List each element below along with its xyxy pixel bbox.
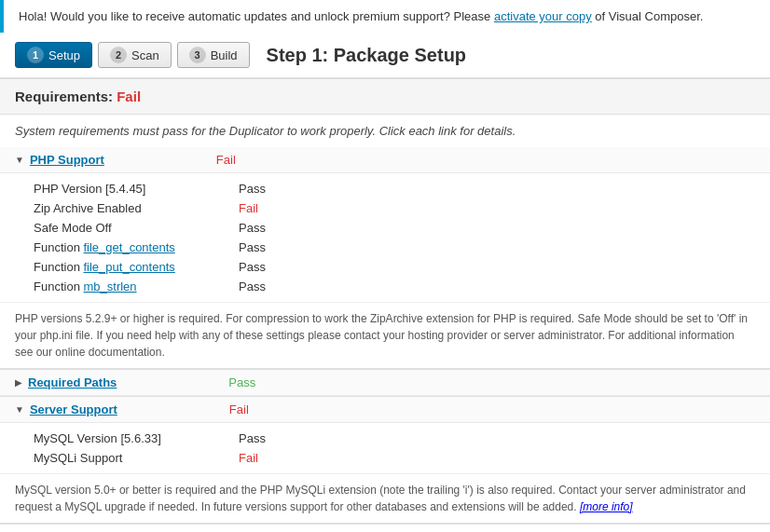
mb-strlen-link[interactable]: mb_strlen bbox=[83, 280, 136, 293]
activate-copy-link[interactable]: activate your copy bbox=[494, 9, 592, 23]
server-support-status: Fail bbox=[229, 402, 249, 416]
item-mb-strlen-label: Function mb_strlen bbox=[34, 280, 239, 293]
php-support-group: ▼ PHP Support Fail PHP Version [5.4.45] … bbox=[0, 147, 770, 370]
step3-label: Build bbox=[211, 48, 238, 62]
item-file-put-label: Function file_put_contents bbox=[34, 260, 239, 274]
item-zip-archive-label: Zip Archive Enabled bbox=[34, 201, 239, 215]
item-file-put-status: Pass bbox=[239, 260, 266, 274]
step1-num: 1 bbox=[27, 47, 44, 63]
steps-nav: 1 Setup 2 Scan 3 Build Step 1: Package S… bbox=[0, 33, 770, 78]
item-mb-strlen-status: Pass bbox=[239, 280, 266, 293]
requirements-description: System requirements must pass for the Du… bbox=[0, 115, 770, 147]
server-toggle-icon: ▼ bbox=[15, 404, 24, 415]
server-support-note: MySQL version 5.0+ or better is required… bbox=[0, 473, 770, 524]
item-safe-mode-status: Pass bbox=[239, 221, 266, 235]
table-row: Zip Archive Enabled Fail bbox=[34, 198, 770, 218]
php-support-status: Fail bbox=[216, 153, 236, 167]
server-support-label: Server Support bbox=[30, 402, 117, 416]
notice-text-after: of Visual Composer. bbox=[592, 9, 704, 23]
paths-toggle-icon: ▶ bbox=[15, 377, 22, 388]
step1-label: Setup bbox=[48, 48, 80, 62]
more-info-link[interactable]: [more info] bbox=[580, 500, 633, 513]
step2-num: 2 bbox=[110, 47, 127, 63]
item-safe-mode-label: Safe Mode Off bbox=[34, 221, 239, 235]
table-row: MySQLi Support Fail bbox=[34, 448, 770, 468]
required-paths-status: Pass bbox=[228, 375, 255, 389]
required-paths-header[interactable]: ▶ Required Paths Pass bbox=[0, 370, 770, 396]
item-mysql-version-status: Pass bbox=[239, 431, 266, 445]
step3-num: 3 bbox=[189, 47, 206, 63]
step-setup-button[interactable]: 1 Setup bbox=[15, 42, 92, 68]
step-scan-button[interactable]: 2 Scan bbox=[98, 42, 172, 68]
notice-text: Hola! Would you like to receive automati… bbox=[19, 9, 494, 23]
server-support-header[interactable]: ▼ Server Support Fail bbox=[0, 397, 770, 423]
server-support-items: MySQL Version [5.6.33] Pass MySQLi Suppo… bbox=[0, 423, 770, 473]
php-support-label: PHP Support bbox=[30, 153, 104, 167]
table-row: Function file_get_contents Pass bbox=[34, 238, 770, 257]
requirements-header: Requirements: Fail bbox=[0, 78, 770, 115]
requirements-status: Fail bbox=[117, 89, 141, 104]
server-support-group: ▼ Server Support Fail MySQL Version [5.6… bbox=[0, 397, 770, 525]
required-paths-label: Required Paths bbox=[28, 375, 117, 389]
file-put-contents-link[interactable]: file_put_contents bbox=[83, 260, 174, 274]
item-mysqli-support-label: MySQLi Support bbox=[34, 451, 239, 465]
php-support-items: PHP Version [5.4.45] Pass Zip Archive En… bbox=[0, 173, 770, 302]
plugin-wrap: 1 Setup 2 Scan 3 Build Step 1: Package S… bbox=[0, 33, 770, 532]
table-row: Function mb_strlen Pass bbox=[34, 277, 770, 296]
php-toggle-icon: ▼ bbox=[15, 155, 24, 165]
item-zip-archive-status: Fail bbox=[239, 201, 258, 215]
table-row: MySQL Version [5.6.33] Pass bbox=[34, 429, 770, 448]
step2-label: Scan bbox=[131, 48, 159, 62]
requirements-title: Requirements: Fail bbox=[15, 89, 755, 104]
item-php-version-status: Pass bbox=[239, 182, 266, 196]
required-paths-group: ▶ Required Paths Pass bbox=[0, 370, 770, 397]
table-row: Safe Mode Off Pass bbox=[34, 218, 770, 238]
page-title: Step 1: Package Setup bbox=[267, 45, 467, 66]
php-support-note: PHP versions 5.2.9+ or higher is require… bbox=[0, 302, 770, 369]
php-support-header[interactable]: ▼ PHP Support Fail bbox=[0, 147, 770, 173]
file-get-contents-link[interactable]: file_get_contents bbox=[83, 240, 174, 254]
item-php-version-label: PHP Version [5.4.45] bbox=[34, 182, 239, 196]
item-file-get-label: Function file_get_contents bbox=[34, 240, 239, 254]
item-mysqli-support-status: Fail bbox=[239, 451, 258, 465]
step-build-button[interactable]: 3 Build bbox=[177, 42, 250, 68]
main-content: Requirements: Fail System requirements m… bbox=[0, 78, 770, 532]
table-row: Function file_put_contents Pass bbox=[34, 257, 770, 277]
notice-bar: Hola! Would you like to receive automati… bbox=[0, 0, 770, 33]
item-mysql-version-label: MySQL Version [5.6.33] bbox=[34, 431, 239, 445]
item-file-get-status: Pass bbox=[239, 240, 266, 254]
table-row: PHP Version [5.4.45] Pass bbox=[34, 179, 770, 198]
